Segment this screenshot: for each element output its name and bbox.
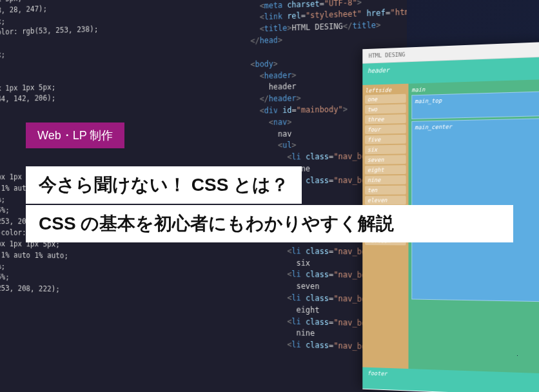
- article-title-line-1: 今さら聞けない！ CSS とは？: [39, 173, 289, 197]
- article-title-box-2: CSS の基本を初心者にもわかりやすく解説: [26, 205, 513, 242]
- nav-item[interactable]: eight: [365, 165, 406, 174]
- article-title-line-2: CSS の基本を初心者にもわかりやすく解説: [39, 211, 500, 236]
- nav-item[interactable]: six: [365, 145, 406, 155]
- screen: : 1px 1px 5px;r: rgb(28, 28, 247);ft: 12…: [0, 0, 539, 392]
- nav-item[interactable]: five: [365, 135, 406, 144]
- nav-item[interactable]: two: [365, 104, 406, 113]
- nav-item[interactable]: eleven: [365, 195, 406, 204]
- nav-item[interactable]: one: [365, 94, 406, 104]
- nav-item[interactable]: ten: [365, 186, 406, 195]
- nav-item[interactable]: nine: [365, 175, 406, 184]
- article-title-box-1: 今さら聞けない！ CSS とは？: [26, 166, 302, 204]
- nav-item[interactable]: four: [365, 124, 406, 134]
- category-badge: Web・LP 制作: [26, 122, 124, 148]
- nav-item[interactable]: seven: [365, 155, 406, 164]
- leftside-label: leftside: [365, 86, 406, 94]
- nav-item[interactable]: three: [365, 114, 406, 124]
- preview-main-top: main_top: [411, 92, 539, 119]
